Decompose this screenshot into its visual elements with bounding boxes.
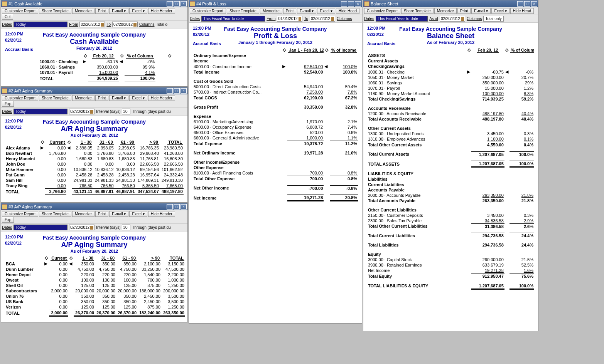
excel-button[interactable]: Excel ▾ (317, 8, 335, 14)
table-row[interactable]: 5700.00 · Indirect Construction Co...7,2… (193, 89, 358, 95)
hide-header-button[interactable]: Hide Head (510, 8, 534, 14)
asof-date[interactable]: 02/20/2012 (69, 225, 94, 230)
print-button[interactable]: Print (95, 95, 109, 101)
maximize-button[interactable]: □ (524, 1, 530, 7)
table-row[interactable]: 5000.00 · Direct Construction Costs54,94… (193, 84, 358, 89)
print-button[interactable]: Print (283, 8, 297, 14)
table-row[interactable]: Net Ordinary Income19,971.2821.6% (193, 150, 358, 156)
to-date[interactable]: 02/20/2012 (310, 16, 335, 22)
table-row[interactable]: Henry Mancini0.001,680.831,680.831,680.8… (5, 156, 184, 161)
expand-button[interactable]: Exp (2, 217, 14, 223)
date-range-select[interactable]: Today (13, 109, 67, 114)
table-row[interactable]: 1070.01 · Payroll15,000.004.1% (5, 70, 184, 75)
table-row[interactable]: Alex Adams▶0.00◀2,398.052,398.052,398.05… (5, 145, 184, 151)
table-row[interactable]: 6600.00 · General & Administrative1,000.… (193, 135, 358, 141)
table-row[interactable]: Bob Newhart3,766.800.003,766.803,766.802… (5, 151, 184, 156)
table-row[interactable]: 8100.00 · Add'l Financing Costs700.000.8… (193, 170, 358, 176)
table-row[interactable]: Verizon0.00125.00125.00125.00875.001,250… (5, 304, 185, 310)
maximize-button[interactable]: □ (174, 204, 180, 210)
calendar-icon[interactable] (90, 110, 93, 114)
hide-header-button[interactable]: Hide Head (336, 8, 359, 14)
table-row[interactable]: Net Income19,271.2820.8% (193, 195, 358, 201)
asof-date[interactable]: 02/20/2012 (69, 109, 94, 114)
table-row[interactable]: Total Expense10,378.7211.2% (193, 141, 358, 147)
close-button[interactable]: × (181, 88, 187, 94)
table-row[interactable]: John Doe0.000.000.000.0022,666.5022,666.… (5, 161, 184, 167)
table-row[interactable]: Total Liabilities294,736.5824.4% (367, 242, 534, 248)
share-button[interactable]: Share Template (39, 8, 71, 14)
memorize-button[interactable]: Memorize (72, 95, 94, 101)
from-date[interactable]: 02/20/2012 (79, 22, 105, 27)
hide-header-button[interactable]: Hide Header (148, 95, 175, 101)
calendar-icon[interactable] (461, 17, 464, 21)
close-button[interactable]: × (531, 1, 537, 7)
print-button[interactable]: Print (95, 211, 109, 217)
minimize-button[interactable]: – (517, 1, 523, 7)
table-row[interactable]: 2300.00 · Sales Tax Payable34,836.582.9% (367, 218, 534, 224)
table-row[interactable]: Total Accounts Receivable488,197.8040.4% (367, 116, 534, 122)
email-button[interactable]: E-mail ▾ (109, 95, 128, 101)
customize-button[interactable]: Customize Report (190, 8, 226, 14)
table-row[interactable]: 1000.01 · Checking▶-60.75◀-0% (367, 69, 534, 75)
asof-date[interactable]: 02/20/2012 (440, 16, 465, 22)
table-row[interactable]: Home Depot0.00220.00220.00220.001,540.00… (5, 272, 185, 277)
close-button[interactable]: × (355, 1, 361, 7)
minimize-button[interactable]: – (167, 88, 173, 94)
date-range-select[interactable]: This Fiscal Year-to-date (201, 16, 265, 22)
table-row[interactable]: Net Other Income-700.00-0.8% (193, 185, 358, 191)
titlebar[interactable]: Balance Sheet –□× (363, 0, 538, 7)
table-row[interactable]: 3900.00 · Retained Earnings633,679.1952.… (367, 262, 534, 268)
calendar-icon[interactable] (331, 17, 334, 21)
maximize-button[interactable]: □ (174, 88, 180, 94)
table-row[interactable]: 6500.00 · Office Expenses520.000.6% (193, 130, 358, 135)
table-row[interactable]: 1180.90 · Money Market Account100,000.00… (367, 91, 534, 96)
share-button[interactable]: Share Template (39, 211, 71, 217)
table-row[interactable]: 1060.01 · Savings350,000.0029% (367, 80, 534, 86)
customize-button[interactable]: Customize Report (2, 95, 38, 101)
table-row[interactable]: 2150.00 · Customer Deposits-3,450.00-0.3… (367, 213, 534, 218)
minimize-button[interactable]: – (167, 204, 173, 210)
titlebar[interactable]: #3 A/P Aging Summary –□× (1, 203, 187, 210)
table-row[interactable]: TOTAL ASSETS1,207,687.05100.0% (367, 161, 534, 167)
share-button[interactable]: Share Template (39, 95, 71, 101)
table-row[interactable]: 1300.00 · Undeposited Funds3,450.000.3% (367, 131, 534, 136)
table-row[interactable]: Qwest0.00100.00100.00100.00700.001,000.0… (5, 277, 185, 283)
table-row[interactable]: 1000.01 · Checking▶-60.75◀-0% (5, 59, 184, 64)
customize-button[interactable]: Customize Report (2, 8, 38, 14)
memorize-button[interactable]: Memorize (260, 8, 282, 14)
table-row[interactable]: BCA▶0.00◀350.00350.00350.002,100.003,150… (5, 261, 185, 267)
email-button[interactable]: E-mail ▾ (297, 8, 316, 14)
expand-button[interactable]: Exp (2, 101, 14, 107)
table-row[interactable]: Pat Gunn0.002,458.282,458.282,458.2816,9… (5, 172, 184, 178)
columns-select[interactable]: Total only (483, 16, 503, 22)
table-row[interactable]: Total Income92,540.00100.0% (193, 69, 358, 75)
table-row[interactable]: Total Current Liabilities294,736.5824.4% (367, 233, 534, 239)
print-button[interactable]: Print (95, 8, 109, 14)
table-row[interactable]: US Bank0.00350.00350.00350.002,450.003,5… (5, 299, 185, 304)
table-row[interactable]: 1310.00 · Employee Advances1,100.000.1% (367, 136, 534, 142)
table-row[interactable]: 6100.00 · Marketing/Advertising1,970.002… (193, 119, 358, 124)
table-row[interactable]: 2000.00 · Accounts Payable263,350.0021.8… (367, 193, 534, 198)
minimize-button[interactable]: – (341, 1, 347, 7)
table-row[interactable]: 1050.01 · Money Market250,000.0020.7% (367, 75, 534, 80)
calendar-icon[interactable] (101, 23, 104, 27)
date-range-select[interactable]: This Fiscal Year-to-date (376, 16, 428, 22)
calendar-icon[interactable] (133, 23, 137, 27)
table-row[interactable]: 4000.00 · Construction Income▶92,540.00◀… (193, 64, 358, 69)
table-row[interactable]: 3000.00 · Capital Stock260,000.0021.5% (367, 257, 534, 262)
interval-input[interactable]: 30 (122, 225, 130, 230)
date-range-select[interactable]: Today (13, 22, 67, 27)
table-row[interactable]: Dunn Lumber0.004,750.004,750.004,750.003… (5, 267, 185, 272)
table-row[interactable]: Subcontractors2,000.0020,000.0020,000.00… (5, 288, 185, 294)
titlebar[interactable]: #2 A/R Aging Summary –□× (1, 87, 187, 94)
email-button[interactable]: E-mail ▾ (109, 211, 128, 217)
table-row[interactable]: 1060.01 · Savings350,000.0095.9% (5, 64, 184, 70)
memorize-button[interactable]: Memorize (72, 8, 94, 14)
table-row[interactable]: Total Checking/Savings714,939.2559.2% (367, 96, 534, 102)
memorize-button[interactable]: Memorize (434, 8, 457, 14)
table-row[interactable]: 1200.00 · Accounts Receivable488,197.804… (367, 111, 534, 116)
from-date[interactable]: 01/01/2012 (277, 16, 302, 22)
table-row[interactable]: Total Current Assets1,207,687.05100.0% (367, 151, 534, 157)
table-row[interactable]: Total Equity912,950.4775.6% (367, 273, 534, 279)
excel-button[interactable]: Excel ▾ (129, 8, 147, 14)
